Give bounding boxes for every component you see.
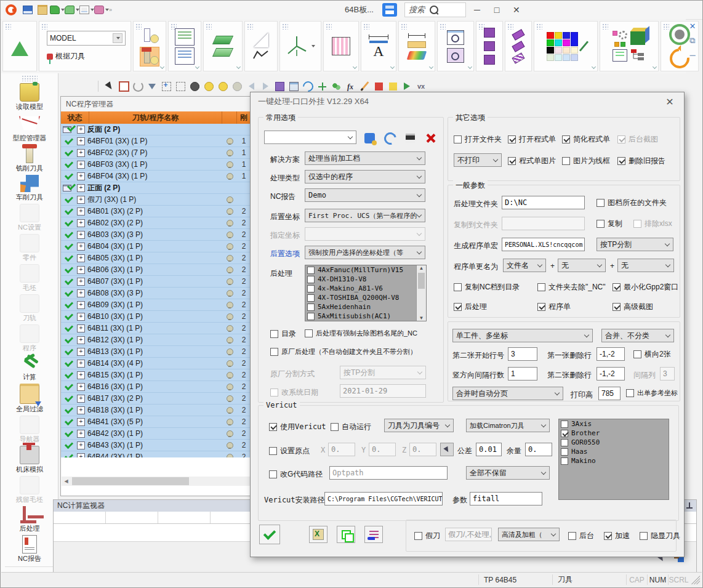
toolbar-icon[interactable]: vx [415, 80, 427, 92]
doc-folder-checkbox[interactable]: 图档所在的文件夹 [597, 198, 667, 208]
delete-config-button[interactable] [422, 131, 439, 146]
toolbar-icon[interactable] [203, 80, 215, 92]
item-checkbox[interactable] [561, 439, 568, 446]
sidebar-item[interactable]: 毛坯 [1, 264, 58, 292]
oem-split-select[interactable]: 按TP分割 [340, 366, 426, 379]
change-date-input[interactable]: 2021-01-29 [340, 384, 426, 398]
table-row[interactable]: + 64B05 (3X) (1 P) 2 [61, 252, 251, 264]
param-input[interactable]: fitall [470, 492, 542, 505]
toolbar-icon[interactable] [372, 80, 385, 92]
eyedropper-icon[interactable] [579, 41, 589, 51]
toolbar-icon[interactable] [118, 80, 130, 92]
toolbar-icon[interactable] [160, 80, 172, 92]
quick-view-button[interactable] [80, 4, 94, 16]
toolbar-icon[interactable] [217, 80, 229, 92]
table-row[interactable]: + 假刀 (3X) (1 P) [61, 194, 251, 206]
table-row[interactable]: + 64B16 (3X) (1 P) 2 [61, 381, 251, 393]
del-old-report-checkbox[interactable]: 删除旧报告 [617, 156, 665, 166]
toolbar-icon[interactable] [401, 80, 413, 92]
panel-minimize-icon[interactable]: ─ [689, 50, 695, 60]
sheet-pic-checkbox[interactable]: 程式单图片 [508, 156, 556, 166]
dialog-title-bar[interactable]: 一键处理-口口外挂 V12.29 X64 ✕ [251, 92, 684, 111]
macro-input[interactable]: PERSONAL.XLS!cncqqcom [502, 238, 585, 251]
expand-icon[interactable]: + [77, 172, 85, 180]
item-checkbox[interactable] [307, 313, 315, 320]
expand-icon[interactable]: + [77, 126, 85, 134]
toolbar-icon[interactable] [146, 80, 158, 92]
quick-tool-1-button[interactable] [50, 4, 64, 16]
bulb-cell[interactable] [222, 348, 237, 355]
scrollbar-thumb[interactable] [72, 477, 189, 485]
sidebar-item[interactable]: 程序 [1, 324, 58, 353]
bulb-cell[interactable] [222, 325, 237, 332]
solution-select[interactable]: 处理当前加工档 [305, 151, 425, 165]
bulb-cell[interactable] [222, 407, 237, 414]
table-row[interactable]: + 64BF01 (3X) (1 P) 1 [61, 135, 251, 147]
item-checkbox[interactable] [307, 276, 315, 283]
post-folder-input[interactable]: D:\NC [502, 196, 585, 209]
sidebar-item[interactable]: 机床模拟 [1, 446, 58, 474]
expand-icon[interactable]: + [77, 219, 85, 227]
table-row[interactable]: + 64B17 (3X) (2 P) 2 [61, 393, 251, 405]
ribbon-panel-lists[interactable] [168, 21, 201, 71]
toolbar-icon[interactable] [132, 80, 144, 92]
sidebar-item[interactable]: 后处理 [1, 506, 58, 533]
panel-expand-icon[interactable] [195, 65, 199, 70]
expand-icon[interactable]: + [77, 161, 85, 169]
dialog-close-icon[interactable]: ✕ [663, 96, 677, 108]
monitor-column[interactable] [54, 512, 106, 523]
table-row[interactable]: + 64B14 (3X) (4 P) 2 [61, 358, 251, 369]
tol-input[interactable]: 0.01 [476, 443, 502, 456]
bulb-cell[interactable] [222, 442, 237, 449]
strip-nc-checkbox[interactable]: 后处理有强制去除图档名尾的_NC [305, 329, 417, 338]
column-name[interactable]: 刀轨/程序名称 [89, 111, 222, 124]
model-select[interactable]: MODEL [47, 31, 126, 46]
vgap-input[interactable]: 1 [508, 367, 537, 381]
copy-nc-checkbox[interactable]: 复制NC档到目录 [454, 282, 520, 292]
table-row[interactable]: + 64B03 (3X) (3 P) 2 [61, 229, 251, 241]
expand-icon[interactable]: + [77, 313, 85, 321]
bulb-cell[interactable] [222, 255, 237, 262]
copy-folder-input[interactable] [502, 217, 585, 230]
y-input[interactable]: 0. [369, 443, 396, 456]
del2-input[interactable]: -1,-2 [597, 367, 625, 381]
toolbar-icon[interactable] [245, 80, 257, 92]
ref-ucs-checkbox[interactable]: 出单参考坐标 [626, 389, 678, 398]
expand-icon[interactable]: + [77, 266, 85, 274]
bulb-cell[interactable] [222, 290, 237, 297]
expand-icon[interactable]: + [77, 301, 85, 309]
hide-tool-checkbox[interactable]: 隐显刀具 [640, 531, 680, 541]
expand-icon[interactable]: + [77, 453, 85, 458]
post-option-link[interactable]: 后置选项 [270, 249, 300, 259]
toolbar-icon[interactable] [302, 80, 314, 92]
column-bulb[interactable] [222, 111, 237, 124]
bulb-cell[interactable] [222, 232, 237, 238]
rename2-select[interactable]: 无 [558, 259, 606, 272]
maximize-button[interactable]: □ [488, 2, 505, 17]
toolbar-icon[interactable] [188, 80, 201, 92]
machine-list-item[interactable]: GOR0550 [559, 438, 669, 447]
use-vericut-checkbox[interactable]: 使用Vericut [269, 422, 326, 432]
item-checkbox[interactable] [307, 294, 315, 302]
quick-tool-2-button[interactable] [65, 4, 79, 16]
toolbar-icon[interactable] [273, 80, 286, 92]
table-row[interactable]: + 64B06 (3X) (1 P) 2 [61, 264, 251, 276]
table-row[interactable]: + 64B11 (3X) (1 P) 2 [61, 323, 251, 334]
machine-list-item[interactable]: Haas [559, 447, 669, 456]
table-row[interactable]: + 64B09 (3X) (1 P) 2 [61, 299, 251, 311]
bulb-cell[interactable] [222, 150, 237, 156]
expand-icon[interactable]: + [77, 383, 85, 391]
bulb-cell[interactable] [222, 208, 237, 215]
vertical-scrollbar[interactable]: ▲ ▼ [416, 265, 426, 321]
search-icon[interactable] [430, 6, 438, 14]
table-row[interactable]: + 64B04 (3X) (1 P) 2 [61, 241, 251, 252]
table-row[interactable]: + 64B18 (3X) (1 P) 2 [61, 405, 251, 416]
fake-tool-checkbox[interactable]: 假刀 [414, 531, 440, 541]
oem-post-checkbox[interactable]: 原厂后处理（不自动创建文件夹且不带分割） [270, 347, 417, 356]
keep-select[interactable]: 全部不保留 [466, 466, 550, 480]
machine-list-item[interactable]: 3Axis [559, 419, 669, 429]
toolbar-icon[interactable] [231, 80, 243, 92]
ribbon-panel-surfaces[interactable] [203, 21, 243, 71]
scroll-left-icon[interactable]: ◀ [62, 477, 71, 486]
sidebar-item[interactable]: 计算 [1, 355, 58, 382]
